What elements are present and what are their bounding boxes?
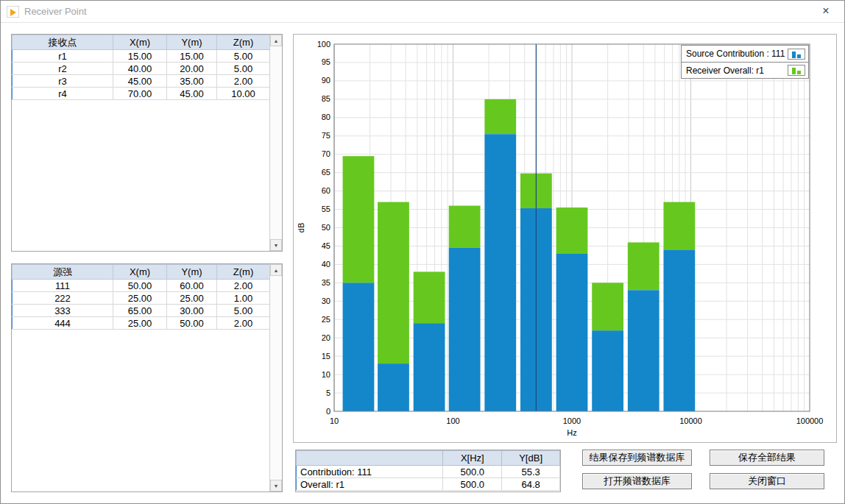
table-cell[interactable]: 2.00: [217, 280, 270, 292]
overall-bar[interactable]: [663, 202, 695, 250]
table-cell[interactable]: Overall: r1: [297, 478, 443, 491]
table-cell[interactable]: 111: [13, 280, 113, 292]
receiver-table-panel: 接收点X(m)Y(m)Z(m)r115.0015.005.00r240.0020…: [11, 34, 283, 252]
table-row: r115.0015.005.00: [13, 50, 270, 63]
table-cell[interactable]: 10.00: [217, 88, 270, 100]
table-cell[interactable]: 2.00: [217, 75, 270, 88]
contribution-bar[interactable]: [663, 249, 695, 411]
y-tick-label: 40: [322, 260, 330, 269]
contribution-bar[interactable]: [343, 283, 375, 411]
table-cell[interactable]: 64.8: [502, 478, 560, 491]
table-row: Overall: r1500.064.8: [297, 478, 560, 491]
table-cell[interactable]: 15.00: [167, 50, 217, 63]
y-tick-label: 95: [322, 57, 330, 66]
y-tick-label: 20: [322, 333, 330, 342]
y-tick-label: 30: [322, 297, 330, 305]
close-icon[interactable]: ×: [818, 4, 834, 18]
save-to-spectrum-db-button[interactable]: 结果保存到频谱数据库: [582, 450, 692, 466]
overall-bar[interactable]: [484, 99, 516, 134]
table-row: 11150.0060.002.00: [13, 280, 270, 292]
receiver-table-scrollbar[interactable]: ▲ ▼: [269, 35, 282, 251]
table-cell[interactable]: r2: [13, 63, 113, 75]
contribution-bar[interactable]: [592, 330, 623, 411]
table-cell[interactable]: 35.00: [167, 75, 217, 88]
overall-bar[interactable]: [343, 156, 375, 283]
receiver-table[interactable]: 接收点X(m)Y(m)Z(m)r115.0015.005.00r240.0020…: [12, 35, 270, 100]
y-tick-label: 50: [322, 223, 330, 232]
table-cell[interactable]: 500.0: [443, 466, 502, 478]
table-cell[interactable]: 70.00: [113, 88, 167, 100]
table-cell[interactable]: 65.00: [113, 305, 167, 317]
table-cell[interactable]: 30.00: [167, 305, 217, 317]
y-tick-label: 35: [322, 278, 330, 287]
column-header: Z(m): [217, 35, 270, 50]
table-cell[interactable]: r4: [13, 88, 113, 100]
table-cell[interactable]: 50.00: [167, 317, 217, 330]
save-all-results-button[interactable]: 保存全部结果: [710, 450, 824, 466]
scroll-up-icon[interactable]: ▲: [270, 264, 282, 276]
scroll-down-icon[interactable]: ▼: [270, 480, 282, 491]
table-cell[interactable]: 5.00: [217, 63, 270, 75]
chart-legend: Source Contribution : 111 Receiver Overa…: [681, 45, 809, 79]
column-header: 源强: [13, 265, 113, 280]
y-tick-label: 75: [322, 131, 330, 140]
table-cell[interactable]: 55.3: [502, 466, 560, 478]
table-cell[interactable]: 2.00: [217, 317, 270, 330]
column-header: X(m): [113, 35, 167, 50]
overall-bar[interactable]: [378, 202, 409, 364]
source-table-scrollbar[interactable]: ▲ ▼: [269, 264, 282, 491]
legend-item-overall[interactable]: Receiver Overall: r1: [682, 62, 808, 78]
column-header: 接收点: [13, 35, 113, 50]
table-cell[interactable]: 222: [13, 292, 113, 305]
contribution-bar[interactable]: [484, 134, 516, 411]
table-cell[interactable]: 60.00: [167, 280, 217, 292]
table-cell[interactable]: 40.00: [113, 63, 167, 75]
table-cell[interactable]: 45.00: [113, 75, 167, 88]
y-tick-label: 15: [322, 352, 330, 361]
spectrum-chart[interactable]: 0510152025303540455055606570758085909510…: [294, 35, 836, 442]
table-cell[interactable]: 25.00: [167, 292, 217, 305]
y-tick-label: 10: [322, 370, 330, 379]
column-header: Y(m): [167, 265, 217, 280]
scroll-down-icon[interactable]: ▼: [270, 239, 282, 251]
table-cell[interactable]: 5.00: [217, 50, 270, 63]
source-table[interactable]: 源强X(m)Y(m)Z(m)11150.0060.002.0022225.002…: [12, 264, 270, 330]
scroll-up-icon[interactable]: ▲: [270, 35, 282, 46]
table-cell[interactable]: 50.00: [113, 280, 167, 292]
table-cell[interactable]: 15.00: [113, 50, 167, 63]
spectrum-chart-panel: 0510152025303540455055606570758085909510…: [293, 34, 837, 443]
overall-bar[interactable]: [414, 271, 445, 323]
y-tick-label: 5: [326, 388, 330, 397]
table-cell[interactable]: 1.00: [217, 292, 270, 305]
table-cell[interactable]: r1: [13, 50, 113, 63]
contribution-bar[interactable]: [449, 248, 481, 411]
table-cell[interactable]: 5.00: [217, 305, 270, 317]
table-cell[interactable]: Contribution: 111: [297, 466, 443, 478]
titlebar: Receiver Point ×: [1, 1, 844, 23]
cursor-readout-table: X[Hz]Y[dB]Contribution: 111500.055.3Over…: [296, 450, 560, 491]
overall-bar[interactable]: [449, 206, 481, 248]
table-cell[interactable]: 25.00: [113, 317, 167, 330]
table-cell[interactable]: 444: [13, 317, 113, 330]
table-cell[interactable]: 45.00: [167, 88, 217, 100]
overall-bar[interactable]: [592, 283, 623, 330]
table-cell[interactable]: r3: [13, 75, 113, 88]
overall-bar[interactable]: [628, 242, 660, 290]
x-tick-label: 1000: [563, 416, 581, 425]
table-cell[interactable]: 20.00: [167, 63, 217, 75]
legend-item-contribution[interactable]: Source Contribution : 111: [682, 46, 808, 62]
contribution-bar[interactable]: [378, 363, 409, 411]
table-cell[interactable]: 25.00: [113, 292, 167, 305]
close-window-button[interactable]: 关闭窗口: [710, 473, 824, 489]
legend-label: Receiver Overall: r1: [686, 65, 764, 76]
table-cell[interactable]: 333: [13, 305, 113, 317]
overall-bar[interactable]: [556, 207, 588, 253]
table-row: 44425.0050.002.00: [13, 317, 270, 330]
y-tick-label: 25: [322, 315, 330, 324]
table-cell[interactable]: 500.0: [443, 478, 502, 491]
contribution-bar[interactable]: [556, 253, 588, 411]
open-spectrum-db-button[interactable]: 打开频谱数据库: [582, 473, 692, 489]
y-tick-label: 90: [322, 76, 330, 85]
contribution-bar[interactable]: [628, 290, 660, 411]
contribution-bar[interactable]: [414, 323, 445, 411]
